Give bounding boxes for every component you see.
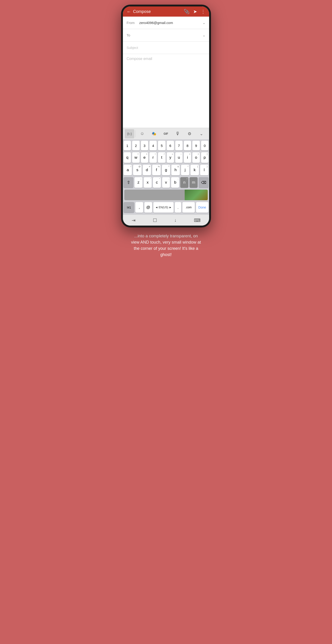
compose-placeholder: Compose email — [127, 57, 152, 61]
key-k[interactable]: (k — [190, 165, 199, 175]
key-y[interactable]: =y — [167, 152, 174, 163]
keyboard-toolbar: (t↕) ☺ 🎭 GIF 🎙 ⚙ ⌄ — [123, 128, 209, 139]
key-2[interactable]: 2 — [132, 141, 139, 150]
keyboard: 1 2 3 4 5 6 7 8 9 0 q +w ×e ÷r / — [123, 139, 209, 214]
top-bar-left: ← Compose — [127, 9, 151, 14]
key-u[interactable]: −u — [175, 152, 183, 163]
number-row: 1 2 3 4 5 6 7 8 9 0 — [124, 141, 208, 150]
key-n[interactable]: ?n — [180, 177, 188, 188]
key-shift[interactable]: ⇧ — [124, 177, 133, 188]
key-backspace[interactable]: ⌫ — [199, 177, 208, 188]
emoji-toolbar-icon[interactable]: ☺ — [136, 129, 148, 138]
key-g[interactable]: ^g — [162, 165, 170, 175]
key-w[interactable]: +w — [132, 152, 139, 163]
key-space[interactable]: ◄ EN(US) ► — [153, 202, 174, 213]
key-6[interactable]: 6 — [167, 141, 174, 150]
more-icon[interactable]: ⋮ — [201, 9, 205, 14]
key-special-chars[interactable]: !#1 — [124, 202, 134, 213]
key-3[interactable]: 3 — [141, 141, 148, 150]
toolbar-separator — [135, 130, 135, 137]
key-period[interactable]: . — [175, 202, 181, 213]
to-label: To — [127, 33, 139, 37]
back-icon[interactable]: ← — [127, 9, 131, 14]
translate-toolbar-icon[interactable]: (t↕) — [125, 129, 134, 138]
key-x[interactable]: 'x — [144, 177, 152, 188]
from-row: From ⌄ — [123, 16, 209, 29]
to-chevron-icon[interactable]: ⌄ — [202, 33, 205, 37]
suggestion-area — [124, 190, 208, 200]
mic-toolbar-icon[interactable]: 🎙 — [172, 129, 184, 138]
key-dot-com[interactable]: .com — [182, 202, 195, 213]
gif-toolbar-icon[interactable]: GIF — [160, 129, 172, 138]
key-comma[interactable]: , — [135, 202, 143, 213]
key-7[interactable]: 7 — [175, 141, 183, 150]
key-1[interactable]: 1 — [124, 141, 131, 150]
top-bar: ← Compose 📎 ➤ ⋮ — [123, 6, 209, 16]
collapse-toolbar-icon[interactable]: ⌄ — [196, 129, 207, 138]
key-f[interactable]: %f — [152, 165, 160, 175]
copy-nav-icon[interactable]: ☐ — [153, 218, 157, 223]
to-input[interactable] — [139, 33, 202, 37]
send-icon[interactable]: ➤ — [193, 9, 197, 14]
from-input[interactable] — [139, 21, 202, 25]
attachment-icon[interactable]: 📎 — [184, 9, 190, 14]
zxcv-row: ⇧ −z 'x "c ,v ;b ?n m ⌫ — [124, 177, 208, 188]
key-z[interactable]: −z — [134, 177, 142, 188]
key-r[interactable]: ÷r — [149, 152, 157, 163]
key-8[interactable]: 8 — [184, 141, 191, 150]
key-a[interactable]: !a — [124, 165, 132, 175]
subject-row — [123, 42, 209, 54]
down-nav-icon[interactable]: ↓ — [174, 218, 177, 223]
key-0[interactable]: 0 — [201, 141, 208, 150]
top-bar-right: 📎 ➤ ⋮ — [184, 9, 205, 14]
subject-input[interactable] — [127, 46, 205, 50]
key-i[interactable]: <i — [184, 152, 191, 163]
key-q[interactable]: q — [124, 152, 131, 163]
key-9[interactable]: 9 — [192, 141, 200, 150]
qwerty-row: q +w ×e ÷r /t =y −u <i >o [p — [124, 152, 208, 163]
email-form: From ⌄ To ⌄ Compose email — [123, 16, 209, 128]
key-e[interactable]: ×e — [141, 152, 148, 163]
key-5[interactable]: 5 — [158, 141, 165, 150]
keyboard-nav-icon[interactable]: ⌨ — [194, 218, 201, 223]
key-h[interactable]: &h — [171, 165, 180, 175]
from-label: From — [127, 21, 139, 25]
key-s[interactable]: @s — [133, 165, 141, 175]
key-l[interactable]: )l — [200, 165, 208, 175]
from-chevron-icon[interactable]: ⌄ — [202, 20, 205, 25]
key-at[interactable]: @ — [144, 202, 152, 213]
sticker-toolbar-icon[interactable]: 🎭 — [148, 129, 160, 138]
suggestion-image — [185, 190, 208, 200]
bottom-row: !#1 , @ ◄ EN(US) ► . .com Done — [124, 202, 208, 213]
key-p[interactable]: [p — [201, 152, 208, 163]
asdf-row: !a @s #d %f ^g &h *j (k )l — [124, 165, 208, 175]
compose-title: Compose — [133, 9, 151, 14]
bottom-nav: ⇥ ☐ ↓ ⌨ — [123, 214, 209, 226]
key-v[interactable]: ,v — [162, 177, 170, 188]
key-m[interactable]: m — [190, 177, 198, 188]
tab-nav-icon[interactable]: ⇥ — [132, 218, 136, 223]
key-b[interactable]: ;b — [171, 177, 179, 188]
caption-text: ...into a completely transparent, on vie… — [121, 228, 211, 267]
settings-toolbar-icon[interactable]: ⚙ — [184, 129, 195, 138]
key-o[interactable]: >o — [192, 152, 200, 163]
key-c[interactable]: "c — [153, 177, 161, 188]
key-t[interactable]: /t — [158, 152, 165, 163]
compose-area[interactable]: Compose email — [123, 54, 209, 128]
key-done[interactable]: Done — [196, 202, 208, 213]
key-4[interactable]: 4 — [149, 141, 157, 150]
key-j[interactable]: *j — [181, 165, 189, 175]
to-row: To ⌄ — [123, 29, 209, 42]
key-d[interactable]: #d — [143, 165, 151, 175]
